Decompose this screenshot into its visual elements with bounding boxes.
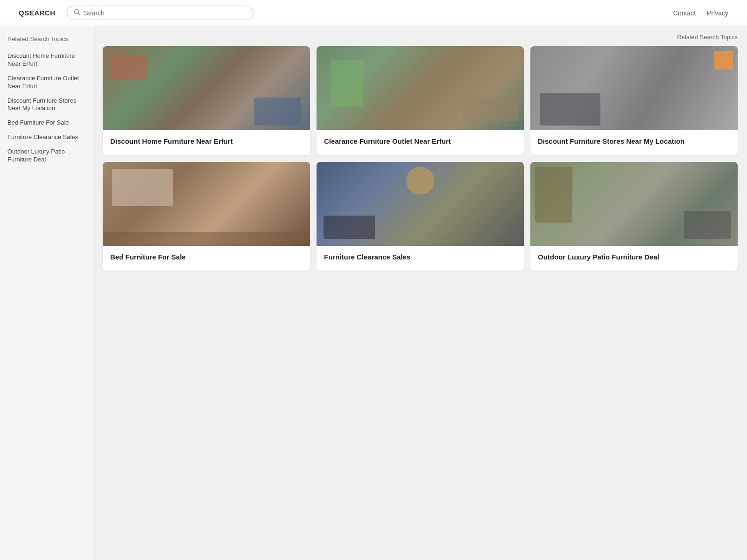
card-image-clearance-outlet	[317, 46, 524, 130]
sidebar-title: Related Search Topics	[7, 35, 85, 42]
sidebar-item-bed-furniture[interactable]: Bed Furniture For Sale	[7, 116, 85, 130]
sidebar: Related Search Topics Discount Home Furn…	[0, 26, 93, 560]
search-icon	[74, 9, 80, 17]
sidebar-item-furniture-clearance[interactable]: Furniture Clearance Sales	[7, 130, 85, 145]
card-body-discount-home: Discount Home Furniture Near Erfurt	[103, 130, 310, 155]
card-title-outdoor-luxury: Outdoor Luxury Patio Furniture Deal	[538, 252, 730, 262]
sidebar-item-discount-stores[interactable]: Discount Furniture Stores Near My Locati…	[7, 94, 85, 116]
card-body-furniture-clearance: Furniture Clearance Sales	[317, 246, 524, 271]
privacy-link[interactable]: Privacy	[707, 9, 728, 17]
card-title-furniture-clearance: Furniture Clearance Sales	[324, 252, 516, 262]
card-title-discount-stores: Discount Furniture Stores Near My Locati…	[538, 137, 730, 146]
card-image-outdoor-luxury	[530, 162, 738, 246]
card-body-outdoor-luxury: Outdoor Luxury Patio Furniture Deal	[530, 246, 738, 271]
header-nav: Contact Privacy	[673, 9, 728, 17]
card-discount-stores[interactable]: Discount Furniture Stores Near My Locati…	[530, 46, 738, 155]
card-title-discount-home: Discount Home Furniture Near Erfurt	[110, 137, 303, 146]
card-furniture-clearance[interactable]: Furniture Clearance Sales	[317, 162, 524, 271]
header: QSEARCH Contact Privacy	[0, 0, 747, 26]
cards-grid: Discount Home Furniture Near ErfurtClear…	[103, 46, 738, 271]
card-title-bed-furniture: Bed Furniture For Sale	[110, 252, 303, 262]
sidebar-item-clearance-outlet[interactable]: Clearance Furniture Outlet Near Erfurt	[7, 71, 85, 94]
logo: QSEARCH	[19, 9, 56, 17]
contact-link[interactable]: Contact	[673, 9, 696, 17]
card-discount-home[interactable]: Discount Home Furniture Near Erfurt	[103, 46, 310, 155]
card-outdoor-luxury[interactable]: Outdoor Luxury Patio Furniture Deal	[530, 162, 738, 271]
card-title-clearance-outlet: Clearance Furniture Outlet Near Erfurt	[324, 137, 516, 146]
card-image-discount-stores	[530, 46, 738, 130]
main-layout: Related Search Topics Discount Home Furn…	[0, 26, 747, 560]
card-image-discount-home	[103, 46, 310, 130]
card-body-discount-stores: Discount Furniture Stores Near My Locati…	[530, 130, 738, 155]
sidebar-item-outdoor-luxury[interactable]: Outdoor Luxury Patio Furniture Deal	[7, 145, 85, 167]
card-image-bed-furniture	[103, 162, 310, 246]
card-image-furniture-clearance	[317, 162, 524, 246]
search-box	[67, 6, 254, 20]
related-search-header: Related Search Topics	[103, 34, 738, 41]
card-bed-furniture[interactable]: Bed Furniture For Sale	[103, 162, 310, 271]
svg-line-1	[78, 14, 80, 15]
content-area: Related Search Topics Discount Home Furn…	[93, 26, 747, 560]
search-input[interactable]	[84, 9, 247, 17]
card-body-clearance-outlet: Clearance Furniture Outlet Near Erfurt	[317, 130, 524, 155]
card-body-bed-furniture: Bed Furniture For Sale	[103, 246, 310, 271]
search-container	[67, 6, 254, 20]
sidebar-item-discount-home[interactable]: Discount Home Furniture Near Erfurt	[7, 49, 85, 71]
card-clearance-outlet[interactable]: Clearance Furniture Outlet Near Erfurt	[317, 46, 524, 155]
